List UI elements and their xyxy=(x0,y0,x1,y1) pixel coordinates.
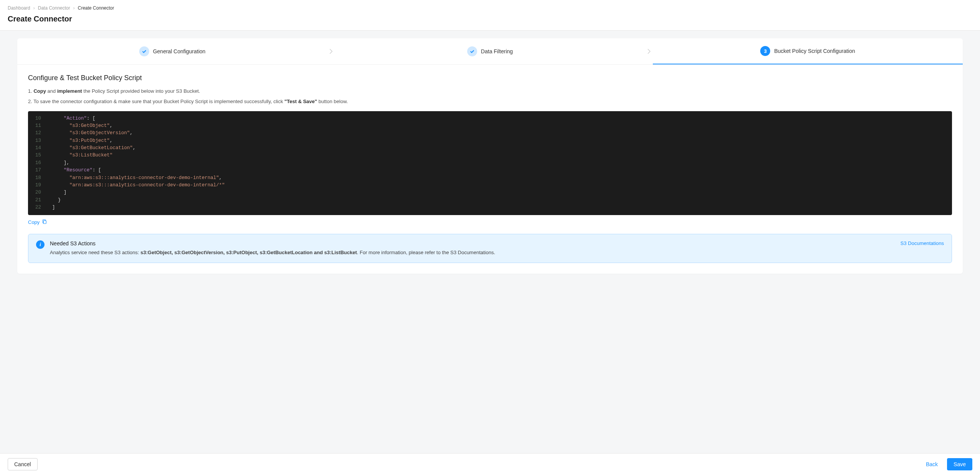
copy-icon xyxy=(42,219,47,225)
copy-label: Copy xyxy=(28,219,40,225)
code-block[interactable]: 10 "Action": [11 "s3:GetObject",12 "s3:G… xyxy=(28,111,952,215)
code-line: 16 ], xyxy=(28,159,952,167)
chevron-right-icon xyxy=(645,38,653,64)
code-line: 19 "arn:aws:s3:::analytics-connector-dev… xyxy=(28,182,952,189)
text: . For more information, please refer to … xyxy=(357,250,496,255)
line-number: 10 xyxy=(28,115,46,122)
stepper: General Configuration Data Filtering 3 B… xyxy=(17,38,963,65)
text-bold: Copy xyxy=(33,88,46,94)
line-number: 13 xyxy=(28,137,46,145)
line-number: 11 xyxy=(28,122,46,130)
step-label: Data Filtering xyxy=(481,48,513,54)
check-icon xyxy=(139,46,149,56)
code-line: 22 ] xyxy=(28,204,952,211)
code-text: "Resource": [ xyxy=(46,167,101,174)
line-number: 20 xyxy=(28,189,46,196)
step-general-configuration[interactable]: General Configuration xyxy=(17,38,327,64)
line-number: 12 xyxy=(28,130,46,137)
code-line: 18 "arn:aws:s3:::analytics-connector-dev… xyxy=(28,174,952,182)
code-text: } xyxy=(46,197,61,204)
code-line: 10 "Action": [ xyxy=(28,115,952,122)
step-label: Bucket Policy Script Configuration xyxy=(774,48,855,54)
code-text: ], xyxy=(46,159,69,167)
line-number: 17 xyxy=(28,167,46,174)
line-number: 19 xyxy=(28,182,46,189)
code-line: 17 "Resource": [ xyxy=(28,167,952,174)
step-number-badge: 3 xyxy=(760,46,770,56)
alert-title: Needed S3 Actions xyxy=(50,240,895,247)
info-alert: i Needed S3 Actions Analytics service ne… xyxy=(28,234,952,263)
text: and xyxy=(46,88,57,94)
check-icon xyxy=(467,46,477,56)
info-icon: i xyxy=(36,240,44,249)
line-number: 14 xyxy=(28,145,46,152)
text: button below. xyxy=(317,99,348,104)
text: 2. To save the connector configuration &… xyxy=(28,99,285,104)
code-line: 13 "s3:PutObject", xyxy=(28,137,952,145)
line-number: 18 xyxy=(28,174,46,182)
code-text: "s3:GetObject", xyxy=(46,122,113,130)
line-number: 16 xyxy=(28,159,46,167)
code-text: "s3:GetObjectVersion", xyxy=(46,130,133,137)
step-data-filtering[interactable]: Data Filtering xyxy=(335,38,645,64)
section-title: Configure & Test Bucket Policy Script xyxy=(28,74,952,82)
code-text: "arn:aws:s3:::analytics-connector-dev-de… xyxy=(46,174,222,182)
alert-text: Analytics service need these S3 actions:… xyxy=(50,249,895,256)
code-line: 15 "s3:ListBucket" xyxy=(28,152,952,159)
code-text: ] xyxy=(46,189,67,196)
code-line: 14 "s3:GetBucketLocation", xyxy=(28,145,952,152)
text-bold: "Test & Save" xyxy=(285,99,317,104)
line-number: 21 xyxy=(28,197,46,204)
code-text: "s3:ListBucket" xyxy=(46,152,113,159)
text-bold: implement xyxy=(57,88,82,94)
instruction-line: 1. Copy and implement the Policy Script … xyxy=(28,87,952,95)
instruction-line: 2. To save the connector configuration &… xyxy=(28,98,952,106)
text: Analytics service need these S3 actions: xyxy=(50,250,140,255)
chevron-right-icon xyxy=(327,38,335,64)
code-text: ] xyxy=(46,204,55,211)
breadcrumb-item-current: Create Connector xyxy=(78,5,114,11)
line-number: 15 xyxy=(28,152,46,159)
step-label: General Configuration xyxy=(153,48,206,54)
s3-docs-link[interactable]: S3 Documentations xyxy=(901,240,944,246)
step-bucket-policy[interactable]: 3 Bucket Policy Script Configuration xyxy=(653,38,963,64)
breadcrumb-item[interactable]: Data Connector xyxy=(38,5,70,11)
chevron-right-icon: › xyxy=(33,5,35,11)
code-line: 12 "s3:GetObjectVersion", xyxy=(28,130,952,137)
code-text: "s3:GetBucketLocation", xyxy=(46,145,136,152)
copy-button[interactable]: Copy xyxy=(28,219,47,225)
breadcrumb: Dashboard › Data Connector › Create Conn… xyxy=(8,5,972,11)
code-text: "Action": [ xyxy=(46,115,96,122)
main-card: General Configuration Data Filtering 3 B… xyxy=(17,38,963,274)
svg-rect-0 xyxy=(44,221,46,224)
chevron-right-icon: › xyxy=(73,5,75,11)
breadcrumb-item[interactable]: Dashboard xyxy=(8,5,30,11)
text: 1. xyxy=(28,88,33,94)
line-number: 22 xyxy=(28,204,46,211)
code-text: "s3:PutObject", xyxy=(46,137,113,145)
text: the Policy Script provided below into yo… xyxy=(82,88,200,94)
text-bold: s3:GetObject, s3:GetObjectVersion, s3:Pu… xyxy=(140,250,357,255)
page-header: Dashboard › Data Connector › Create Conn… xyxy=(0,0,980,31)
code-line: 11 "s3:GetObject", xyxy=(28,122,952,130)
code-line: 20 ] xyxy=(28,189,952,196)
page-title: Create Connector xyxy=(8,15,972,23)
code-line: 21 } xyxy=(28,197,952,204)
code-text: "arn:aws:s3:::analytics-connector-dev-de… xyxy=(46,182,225,189)
